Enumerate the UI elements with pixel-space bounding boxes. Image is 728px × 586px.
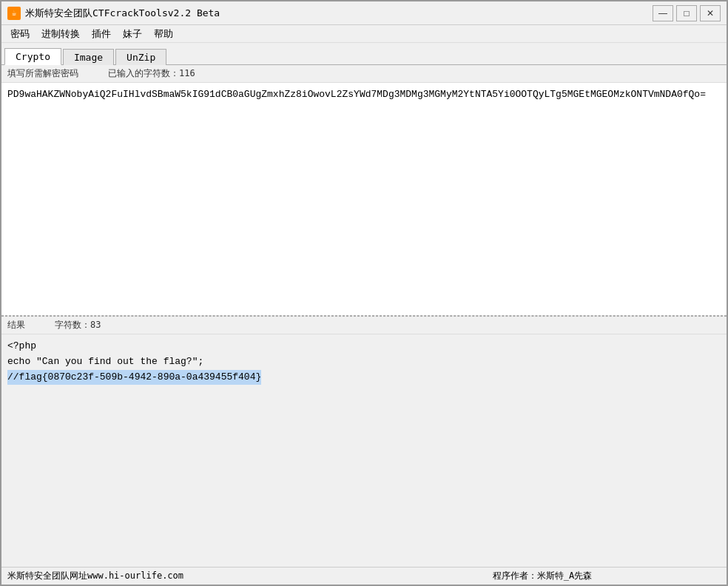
output-line-2: echo "Can you find out the flag?"; — [7, 354, 721, 370]
output-char-count: 字符数：83 — [55, 319, 101, 331]
output-section: 结果 字符数：83 <?php echo "Can you find out t… — [1, 316, 727, 567]
output-content: <?php echo "Can you find out the flag?";… — [1, 334, 727, 567]
close-button[interactable]: ✕ — [700, 5, 721, 21]
input-section: 填写所需解密密码 已输入的字符数：116 PD9waHAKZWNobyAiQ2F… — [1, 65, 727, 316]
input-label: 填写所需解密密码 — [7, 67, 78, 80]
status-bar-author: 程序作者：米斯特_A先森 — [364, 570, 721, 582]
menu-item-help[interactable]: 帮助 — [148, 26, 179, 42]
minimize-button[interactable]: — — [653, 5, 673, 21]
input-textarea[interactable]: PD9waHAKZWNobyAiQ2FuIHlvdSBmaW5kIG91dCB0… — [1, 83, 727, 315]
input-header: 填写所需解密密码 已输入的字符数：116 — [1, 65, 727, 83]
menu-item-meizi[interactable]: 妹子 — [117, 26, 148, 42]
main-window: ☕ 米斯特安全团队CTFcrackToolsv2.2 Beta — □ ✕ 密码… — [0, 0, 728, 586]
main-content: 填写所需解密密码 已输入的字符数：116 PD9waHAKZWNobyAiQ2F… — [1, 65, 727, 567]
input-char-count-label: 已输入的字符数：116 — [108, 67, 195, 80]
maximize-button[interactable]: □ — [676, 5, 697, 21]
menu-item-plugin[interactable]: 插件 — [86, 26, 117, 42]
tab-unzip[interactable]: UnZip — [115, 49, 166, 65]
status-bar: 米斯特安全团队网址www.hi-ourlife.com 程序作者：米斯特_A先森 — [1, 567, 727, 585]
output-header: 结果 字符数：83 — [1, 317, 727, 334]
window-title: 米斯特安全团队CTFcrackToolsv2.2 Beta — [25, 7, 653, 20]
output-line-3: //flag{0870c23f-509b-4942-890a-0a439455f… — [7, 370, 721, 385]
menu-item-password[interactable]: 密码 — [4, 26, 36, 42]
title-bar: ☕ 米斯特安全团队CTFcrackToolsv2.2 Beta — □ ✕ — [1, 1, 727, 25]
tabs-bar: Crypto Image UnZip — [1, 43, 727, 65]
tab-crypto[interactable]: Crypto — [4, 48, 61, 65]
app-icon: ☕ — [7, 7, 21, 20]
tab-image[interactable]: Image — [63, 49, 114, 65]
status-bar-website: 米斯特安全团队网址www.hi-ourlife.com — [7, 570, 364, 582]
menu-item-base-convert[interactable]: 进制转换 — [36, 26, 86, 42]
window-controls: — □ ✕ — [653, 5, 721, 21]
output-label: 结果 — [7, 319, 25, 331]
output-line-1: <?php — [7, 339, 721, 354]
menu-bar: 密码 进制转换 插件 妹子 帮助 — [1, 25, 727, 43]
